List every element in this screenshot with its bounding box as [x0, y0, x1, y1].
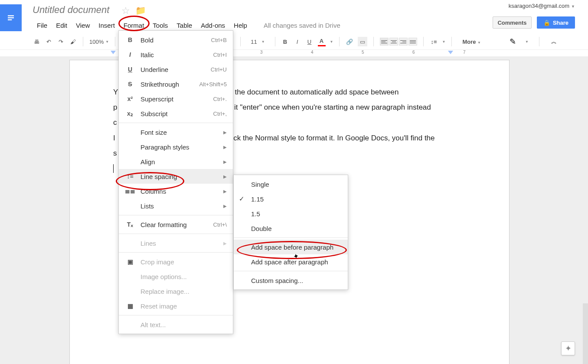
zoom-dropdown[interactable]: 100% ▼ — [89, 39, 109, 45]
undo-icon[interactable]: ↶ — [45, 37, 52, 46]
superscript-icon: x² — [125, 95, 135, 102]
spacing-15[interactable]: 1.5 — [234, 206, 348, 221]
format-align[interactable]: Align▶ — [119, 154, 233, 169]
font-size-dropdown[interactable]: 11▼ — [247, 37, 268, 46]
menu-file[interactable]: File — [33, 19, 52, 32]
menu-view[interactable]: View — [72, 19, 94, 32]
align-right-icon[interactable] — [399, 38, 408, 46]
save-status: All changes saved in Drive — [264, 19, 340, 32]
svg-rect-3 — [8, 20, 12, 20]
left-indent-marker[interactable] — [111, 51, 116, 54]
vertical-scrollbar[interactable] — [583, 303, 588, 364]
paint-format-icon[interactable]: 🖌 — [69, 37, 77, 46]
format-underline[interactable]: UUnderlineCtrl+U — [119, 62, 233, 77]
format-lines: Lines▶ — [119, 236, 233, 250]
align-buttons[interactable] — [380, 38, 417, 46]
format-italic[interactable]: IItalicCtrl+I — [119, 47, 233, 62]
format-line-spacing[interactable]: ↕≡Line spacing▶ — [119, 169, 233, 184]
italic-icon[interactable]: I — [294, 37, 301, 46]
format-subscript[interactable]: x₂SubscriptCtrl+, — [119, 106, 233, 121]
menu-help[interactable]: Help — [229, 19, 252, 32]
strikethrough-icon: S — [125, 81, 135, 88]
document-title[interactable]: Untitled document — [33, 4, 109, 16]
subscript-icon: x₂ — [125, 110, 135, 117]
line-spacing-icon: ↕≡ — [125, 173, 135, 180]
format-reset-image: ▦Reset image — [119, 299, 233, 313]
spacing-add-before[interactable]: Add space before paragraph — [234, 240, 348, 254]
format-alt-text: Alt text... — [119, 317, 233, 332]
insert-link-icon[interactable]: 🔗 — [346, 37, 353, 46]
spacing-add-after[interactable]: Add space after paragraph — [234, 254, 348, 269]
align-center-icon[interactable] — [389, 38, 398, 46]
format-crop-image: ▣Crop image — [119, 254, 233, 269]
explore-button[interactable]: ✦ — [561, 341, 575, 355]
format-strikethrough[interactable]: SStrikethroughAlt+Shift+5 — [119, 77, 233, 91]
svg-rect-1 — [8, 15, 14, 16]
columns-icon: ≣≣ — [125, 188, 135, 195]
docs-app-icon[interactable] — [0, 4, 22, 31]
format-columns[interactable]: ≣≣Columns▶ — [119, 184, 233, 198]
spacing-115[interactable]: ✓1.15 — [234, 192, 348, 206]
menu-format[interactable]: Format — [119, 19, 149, 32]
format-image-options: Image options... — [119, 269, 233, 284]
menu-addons[interactable]: Add-ons — [196, 19, 229, 32]
collapse-toolbar-icon[interactable]: ︽ — [550, 37, 558, 46]
text-color-icon[interactable]: A — [318, 37, 326, 46]
app-header: Untitled document ☆ 📁 ksaragon34@gmail.c… — [0, 0, 588, 53]
format-bold[interactable]: BBoldCtrl+B — [119, 32, 233, 47]
comments-button[interactable]: Comments — [493, 16, 532, 29]
reset-image-icon: ▦ — [125, 302, 135, 309]
check-icon: ✓ — [239, 195, 245, 203]
bold-icon[interactable]: B — [281, 37, 289, 46]
clear-formatting-icon: Tₓ — [125, 221, 135, 228]
format-clear-formatting[interactable]: TₓClear formattingCtrl+\ — [119, 217, 233, 232]
folder-icon[interactable]: 📁 — [135, 5, 146, 16]
print-icon[interactable]: 🖶 — [33, 37, 40, 46]
italic-icon: I — [125, 51, 135, 58]
align-justify-icon[interactable] — [408, 38, 417, 46]
line-spacing-icon[interactable]: ↕≡ — [430, 37, 438, 46]
text-cursor — [113, 164, 114, 173]
format-lists[interactable]: Lists▶ — [119, 198, 233, 213]
underline-icon: U — [125, 66, 135, 73]
spacing-double[interactable]: Double — [234, 221, 348, 236]
menu-edit[interactable]: Edit — [52, 19, 72, 32]
bold-icon: B — [125, 36, 135, 43]
insert-comment-icon[interactable]: ▭ — [358, 37, 367, 46]
menu-table[interactable]: Table — [172, 19, 196, 32]
menu-tools[interactable]: Tools — [148, 19, 172, 32]
format-superscript[interactable]: x²SuperscriptCtrl+. — [119, 91, 233, 106]
align-left-icon[interactable] — [380, 38, 389, 46]
spacing-custom[interactable]: Custom spacing... — [234, 273, 348, 288]
spacing-single[interactable]: Single — [234, 177, 348, 192]
redo-icon[interactable]: ↷ — [57, 37, 65, 46]
share-button[interactable]: 🔒Share — [537, 16, 575, 29]
underline-icon[interactable]: U — [306, 37, 314, 46]
lock-icon: 🔒 — [543, 20, 550, 26]
right-indent-marker[interactable] — [448, 51, 453, 54]
menu-insert[interactable]: Insert — [94, 19, 119, 32]
ruler[interactable]: 3 4 5 6 7 — [0, 49, 588, 56]
svg-rect-2 — [8, 17, 14, 18]
editing-mode-icon[interactable]: ✎ — [509, 37, 516, 46]
format-replace-image: Replace image... — [119, 284, 233, 299]
toolbar: 🖶 ↶ ↷ 🖌 100% ▼ 11▼ B I U A ▼ 🔗 ▭ ↕≡ ▼ Mo… — [0, 34, 588, 49]
toolbar-more[interactable]: More ▼ — [462, 39, 481, 45]
line-spacing-submenu: Single ✓1.15 1.5 Double Add space before… — [233, 175, 348, 290]
crop-icon: ▣ — [125, 258, 135, 265]
format-paragraph-styles[interactable]: Paragraph styles▶ — [119, 140, 233, 154]
format-font-size[interactable]: Font size▶ — [119, 125, 233, 140]
account-menu[interactable]: ksaragon34@gmail.com▼ — [509, 3, 575, 9]
star-icon[interactable]: ☆ — [121, 5, 130, 16]
menu-bar: File Edit View Insert Format Tools Table… — [33, 19, 252, 32]
format-menu-dropdown: BBoldCtrl+B IItalicCtrl+I UUnderlineCtrl… — [118, 30, 233, 334]
